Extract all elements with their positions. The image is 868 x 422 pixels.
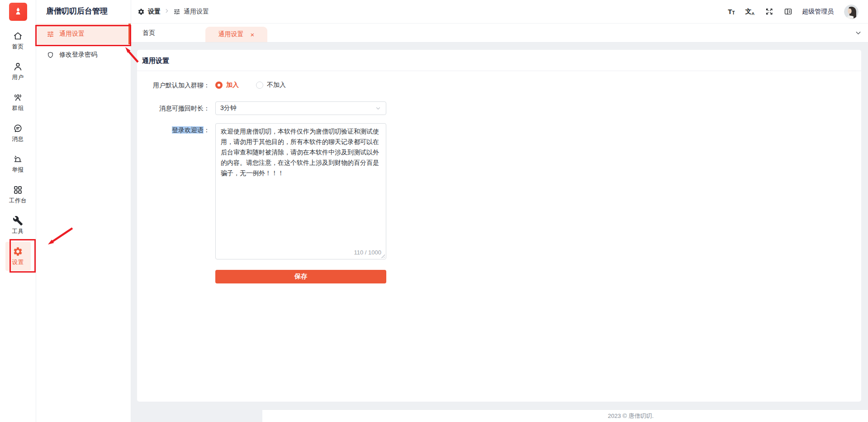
chevron-right-icon — [164, 8, 170, 15]
form-row-recall-duration: 消息可撤回时长： 3分钟 — [137, 101, 861, 115]
chevron-down-icon — [375, 105, 381, 111]
tab-general-settings[interactable]: 通用设置 × — [205, 27, 267, 42]
font-size-glyph-large: T — [728, 8, 732, 15]
close-icon[interactable]: × — [251, 31, 255, 38]
home-icon — [13, 31, 23, 41]
sidebar-item-general-settings[interactable]: 通用设置 — [36, 24, 131, 44]
message-icon — [13, 123, 23, 134]
app-root: 首页 用户 群组 消息 举报 工作台 — [0, 0, 868, 422]
rail-item-label: 举报 — [12, 166, 24, 174]
field-label: 登录欢迎语： — [137, 123, 210, 134]
join-radio-group: 加入 不加入 — [215, 81, 286, 89]
select-value: 3分钟 — [220, 104, 237, 112]
wrench-icon — [13, 216, 23, 226]
tab-label: 首页 — [142, 29, 155, 37]
gear-icon — [13, 246, 23, 257]
fullscreen-icon[interactable] — [765, 7, 773, 16]
footer-text: 2023 © 唐僧叨叨. — [608, 412, 654, 420]
footer: 2023 © 唐僧叨叨. — [262, 409, 868, 422]
save-button[interactable]: 保存 — [215, 270, 386, 283]
breadcrumb-level1[interactable]: 设置 — [148, 8, 161, 16]
radio-label: 加入 — [226, 81, 239, 89]
grid-icon — [13, 185, 23, 195]
user-icon — [13, 62, 23, 72]
header: 设置 通用设置 TT 文A 超级管理员 — [131, 0, 868, 24]
form-row-default-join: 用户默认加入群聊： 加入 不加入 — [137, 81, 861, 90]
group-icon — [13, 92, 23, 103]
welcome-textarea-wrap: 欢迎使用唐僧叨叨，本软件仅作为唐僧叨叨验证和测试使用，请勿用于其他目的，所有本软… — [215, 123, 386, 259]
radio-join[interactable]: 加入 — [215, 81, 239, 89]
rail-item-messages[interactable]: 消息 — [5, 118, 32, 149]
rail-nav: 首页 用户 群组 消息 举报 工作台 — [5, 25, 32, 272]
form-row-save: 保存 — [137, 270, 861, 283]
radio-dot — [256, 82, 263, 89]
app-logo[interactable] — [9, 3, 27, 21]
recall-duration-select[interactable]: 3分钟 — [215, 101, 386, 115]
monk-figure-icon — [13, 6, 24, 17]
rail-item-label: 设置 — [12, 259, 24, 266]
rail-item-settings[interactable]: 设置 — [5, 242, 31, 271]
rail-item-reports[interactable]: 举报 — [5, 149, 32, 179]
rail-item-label: 工作台 — [9, 197, 27, 205]
avatar[interactable] — [844, 5, 859, 19]
char-counter: 110 / 1000 — [352, 249, 381, 256]
tune-icon — [47, 30, 54, 38]
main-content: 通用设置 用户默认加入群聊： 加入 不加入 — [131, 43, 868, 422]
alarm-icon — [13, 154, 23, 164]
tab-label: 通用设置 — [218, 30, 244, 38]
welcome-message-textarea[interactable]: 欢迎使用唐僧叨叨，本软件仅作为唐僧叨叨验证和测试使用，请勿用于其他目的，所有本软… — [215, 123, 386, 259]
card-title: 通用设置 — [137, 50, 861, 71]
form-row-welcome-message: 登录欢迎语： 欢迎使用唐僧叨叨，本软件仅作为唐僧叨叨验证和测试使用，请勿用于其他… — [137, 123, 861, 259]
field-label: 消息可撤回时长： — [137, 104, 210, 113]
breadcrumb-level2: 通用设置 — [184, 8, 209, 16]
sidebar-item-change-password[interactable]: 修改登录密码 — [36, 44, 131, 65]
rail-item-users[interactable]: 用户 — [5, 56, 32, 87]
rail-item-label: 用户 — [12, 74, 24, 82]
rail-item-groups[interactable]: 群组 — [5, 87, 32, 118]
translate-glyph-zh: 文 — [745, 8, 752, 16]
sidebar-item-label: 修改登录密码 — [59, 51, 97, 59]
radio-dot — [215, 82, 223, 89]
rail-item-home[interactable]: 首页 — [5, 25, 32, 56]
font-size-glyph-small: T — [732, 10, 735, 15]
font-size-icon[interactable]: TT — [728, 8, 735, 15]
gear-icon — [138, 8, 145, 15]
shield-icon — [47, 51, 54, 59]
settings-form: 用户默认加入群聊： 加入 不加入 消息可撤回时长： — [137, 71, 861, 283]
translate-icon[interactable]: 文A — [745, 8, 755, 16]
user-name[interactable]: 超级管理员 — [802, 8, 834, 16]
label-colon: ： — [204, 126, 210, 134]
rail-item-label: 群组 — [12, 105, 24, 112]
rail-item-label: 消息 — [12, 135, 24, 143]
layout-icon[interactable] — [784, 7, 792, 16]
sidebar: 唐僧叨叨后台管理 通用设置 修改登录密码 — [36, 0, 131, 422]
sidebar-item-label: 通用设置 — [59, 30, 85, 38]
selected-text-highlight: 登录欢迎语 — [172, 126, 204, 134]
rail-item-tools[interactable]: 工具 — [5, 210, 32, 241]
rail-item-workbench[interactable]: 工作台 — [5, 179, 32, 210]
field-label: 用户默认加入群聊： — [137, 81, 210, 90]
chevron-down-icon[interactable] — [854, 29, 862, 37]
app-title: 唐僧叨叨后台管理 — [36, 0, 131, 24]
settings-card: 通用设置 用户默认加入群聊： 加入 不加入 — [137, 50, 861, 402]
rail-item-label: 工具 — [12, 228, 24, 235]
nav-rail: 首页 用户 群组 消息 举报 工作台 — [0, 0, 36, 422]
tab-home[interactable]: 首页 — [142, 24, 205, 42]
resize-handle[interactable] — [381, 254, 385, 258]
tune-icon — [173, 8, 180, 15]
active-indicator-bar — [128, 24, 131, 44]
header-actions: TT 文A 超级管理员 — [728, 5, 859, 19]
radio-label: 不加入 — [267, 81, 286, 89]
tab-bar: 首页 通用设置 × — [131, 24, 868, 43]
translate-glyph-en: A — [752, 11, 755, 16]
radio-not-join[interactable]: 不加入 — [256, 81, 286, 89]
breadcrumb: 设置 通用设置 — [138, 8, 209, 16]
rail-item-label: 首页 — [12, 43, 24, 51]
